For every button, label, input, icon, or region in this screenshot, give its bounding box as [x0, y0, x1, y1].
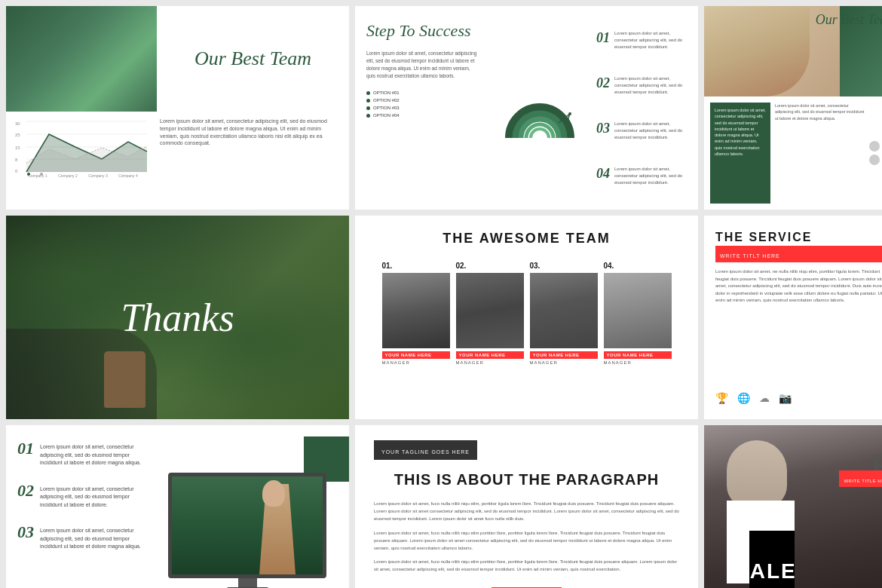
member-photo-1 — [382, 273, 450, 348]
slide3-bottom: Lorem ipsum dolor sit amet, consectetur … — [704, 96, 882, 210]
member-role-2: MANAGER — [456, 360, 484, 365]
monitor-stand — [238, 578, 257, 587]
member-name-1: YOUR NAME HERE — [382, 351, 450, 359]
option-dot-4 — [366, 114, 370, 118]
svg-text:15: 15 — [15, 145, 20, 150]
slide2-step-1: 01 Lorem ipsum dolor sit amet, consectet… — [596, 30, 691, 51]
svg-point-17 — [40, 173, 43, 176]
slide8-para-3: Lorem ipsum dolor sit amet, fuco nulla n… — [374, 558, 679, 573]
slide7-left: 01 Lorem ipsum dolor sit amet, consectet… — [6, 425, 153, 588]
svg-point-16 — [27, 173, 30, 176]
slide2-arch-svg — [495, 63, 585, 153]
slide8-title: THIS IS ABOUT THE PARAGRAPH — [374, 471, 679, 488]
slide2-option-2: OPTION #02 — [366, 98, 479, 103]
person-avatar-2 — [869, 155, 880, 165]
member-3: 03. YOUR NAME HERE MANAGER — [530, 262, 598, 365]
svg-text:0: 0 — [15, 169, 18, 173]
slide3-title-area: Our Best Team — [816, 12, 882, 29]
member-name-4: YOUR NAME HERE — [604, 351, 672, 359]
slide2-step-4: 04 Lorem ipsum dolor sit amet, consectet… — [596, 166, 691, 186]
slide2-option-3: OPTION #03 — [366, 106, 479, 110]
slide1-title-area: Our Best Team — [157, 6, 349, 112]
step-num-1: 01 — [596, 30, 610, 51]
slide6-description: Lorem ipsum dolor sit amet, ne nulla nil… — [715, 268, 882, 305]
slide6-subtitle-bar: WRITE TITLT HERE — [715, 246, 882, 262]
slide8-para-2: Lorem ipsum dolor sit amet, fuco nulla n… — [374, 529, 679, 553]
slide2-option-4: OPTION #04 — [366, 113, 479, 118]
slide3-person-2: ●●●●● — [869, 155, 882, 165]
member-photo-4 — [604, 273, 672, 348]
slide-awesome-team: THE AWESOME TEAM 01. YOUR NAME HERE MANA… — [355, 216, 698, 419]
svg-text:25: 25 — [15, 133, 20, 137]
option-dot-2 — [366, 99, 370, 103]
option-dot-3 — [366, 106, 370, 110]
slide6-subtitle: WRITE TITLT HERE — [720, 253, 780, 259]
member-photo-bg-4 — [604, 273, 672, 348]
option-label-3: OPTION #03 — [373, 106, 400, 110]
item-text-3: Lorem ipsum dolor sit amet, consectetur … — [40, 524, 142, 551]
svg-text:8: 8 — [15, 158, 18, 162]
slide5-title: THE AWESOME TEAM — [370, 231, 683, 247]
monitor-screen — [172, 476, 323, 574]
slide-sale: SALE P WRITE TITLE HERE — [704, 425, 882, 588]
option-dot-1 — [366, 91, 370, 95]
item-text-1: Lorem ipsum dolor sit amet, consectetur … — [40, 440, 142, 467]
member-photo-3 — [530, 273, 598, 348]
member-num-2: 02. — [456, 262, 467, 270]
item-num-2: 02 — [17, 482, 34, 499]
slide8-para-1: Lorem ipsum dolor sit amet, fuco nulla n… — [374, 500, 679, 523]
slide3-person-1: ●●●●● — [869, 141, 882, 152]
member-photo-bg-3 — [530, 273, 598, 348]
svg-text:Company 4: Company 4 — [118, 173, 138, 178]
slide3-right-text: Lorem ipsum dolor sit amet, consectetur … — [775, 103, 865, 204]
slide3-photo: Our Best Team — [704, 6, 882, 96]
svg-point-18 — [568, 112, 571, 115]
globe-icon: 🌐 — [737, 392, 750, 404]
slide9-sale-text: SALE — [734, 559, 797, 583]
slide9-head — [727, 440, 787, 508]
monitor-head — [262, 480, 285, 507]
slide4-thanks: Thanks — [121, 296, 234, 340]
person-avatar-1 — [869, 141, 880, 152]
slide-paragraph: YOUR TAGLINE GOES HERE THIS IS ABOUT THE… — [355, 425, 698, 588]
slide9-subtitle: WRITE TITLE HERE — [844, 479, 882, 483]
member-2: 02. YOUR NAME HERE MANAGER — [456, 262, 524, 365]
slide2-middle — [491, 6, 589, 210]
slide3-content: Lorem ipsum dolor sit amet, consectetur … — [710, 103, 882, 204]
item-num-3: 03 — [17, 524, 34, 541]
slide7-item-3: 03 Lorem ipsum dolor sit amet, consectet… — [17, 524, 142, 551]
slide4-bag — [104, 351, 145, 408]
slide6-icons: 🏆 🌐 ☁ 📷 — [715, 392, 882, 404]
slide1-chart: 30 25 15 8 0 Company 1 Company 2 — [15, 118, 151, 185]
item-num-1: 01 — [17, 440, 34, 457]
slide8-tagline: YOUR TAGLINE GOES HERE — [381, 449, 470, 455]
slide2-left: Step To Success Lorem ipsum dolor sit am… — [355, 6, 491, 210]
slide7-content: 01 Lorem ipsum dolor sit amet, consectet… — [6, 425, 349, 588]
slide7-monitor — [168, 473, 326, 588]
svg-text:Company 2: Company 2 — [58, 173, 78, 178]
slide2-desc: Lorem ipsum dolor sit amet, consectetur … — [366, 50, 479, 79]
svg-text:Company 3: Company 3 — [88, 173, 108, 178]
member-role-3: MANAGER — [530, 360, 558, 365]
slide1-title: Our Best Team — [194, 47, 311, 70]
step-info-4: Lorem ipsum dolor sit amet, consectetur … — [614, 166, 691, 186]
slide2-title: Step To Success — [366, 21, 479, 41]
slide7-item-2: 02 Lorem ipsum dolor sit amet, consectet… — [17, 482, 142, 510]
member-photo-bg-2 — [456, 273, 524, 348]
slide2-right: 01 Lorem ipsum dolor sit amet, consectet… — [589, 6, 698, 210]
slide1-bottom: 30 25 15 8 0 Company 1 Company 2 — [6, 112, 349, 191]
member-4: 04. YOUR NAME HERE MANAGER — [604, 262, 672, 365]
slide2-step-2: 02 Lorem ipsum dolor sit amet, consectet… — [596, 75, 691, 96]
slide3-face — [704, 6, 810, 96]
monitor-frame — [168, 473, 326, 578]
option-label-4: OPTION #04 — [373, 113, 400, 118]
slide5-members: 01. YOUR NAME HERE MANAGER 02. YOUR NAME… — [370, 262, 683, 365]
svg-text:30: 30 — [15, 121, 20, 126]
step-num-3: 03 — [596, 121, 610, 141]
step-num-2: 02 — [596, 75, 610, 96]
step-num-4: 04 — [596, 166, 610, 186]
member-name-2: YOUR NAME HERE — [456, 351, 524, 359]
step-info-1: Lorem ipsum dolor sit amet, consectetur … — [614, 30, 691, 51]
step-info-3: Lorem ipsum dolor sit amet, consectetur … — [614, 121, 691, 141]
slide8-tagline-bar: YOUR TAGLINE GOES HERE — [374, 440, 477, 460]
